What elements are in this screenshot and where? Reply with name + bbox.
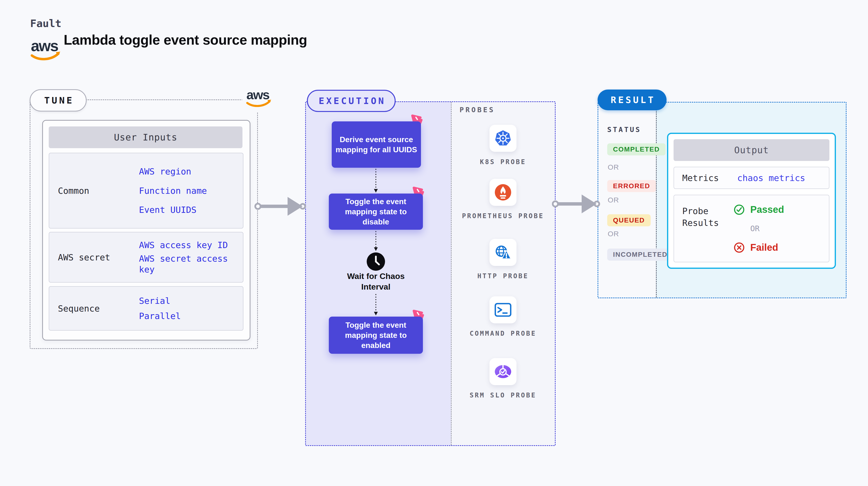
input-row-label: Sequence — [49, 287, 139, 330]
input-row-links: AWS access key ID AWS secret access key — [139, 232, 243, 282]
aws-wordmark: aws — [246, 87, 269, 102]
status-title: STATUS — [607, 125, 641, 134]
connector-step1-step2 — [373, 169, 379, 194]
metrics-label: Metrics — [682, 173, 719, 183]
chaos-metrics-link[interactable]: chaos metrics — [737, 173, 805, 183]
probe-label: K8S PROBE — [462, 157, 545, 167]
tune-pill: TUNE — [30, 89, 87, 112]
input-row-aws-secret: AWS secret AWS access key ID AWS secret … — [49, 232, 243, 282]
result-pill: RESULT — [597, 90, 666, 110]
status-or-separator: OR — [608, 163, 619, 171]
aws-logo-tune-corner: aws — [242, 85, 275, 112]
fault-diagram-page: Fault aws Lambda toggle event source map… — [0, 0, 868, 486]
input-row-label: Common — [49, 153, 139, 228]
status-badge-completed: COMPLETED — [607, 143, 665, 155]
connector-step2-wait — [373, 231, 379, 252]
input-row-links: AWS region Function name Event UUIDS — [139, 153, 243, 228]
output-header: Output — [674, 139, 829, 161]
status-badge-queued: QUEUED — [607, 214, 651, 226]
input-link-serial[interactable]: Serial — [139, 295, 234, 306]
output-metrics-row: Metrics chaos metrics — [674, 167, 829, 189]
input-link-event-uuids[interactable]: Event UUIDS — [139, 204, 234, 215]
kubernetes-icon — [490, 125, 517, 152]
passed-label: Passed — [750, 204, 784, 215]
srm-slo-gauge-icon — [490, 358, 517, 385]
input-row-sequence: Sequence Serial Parallel — [49, 286, 243, 331]
step-derive-event-source-mapping: Derive event source mapping for all UUID… — [332, 121, 421, 168]
probe-results-label: Probe Results — [682, 205, 735, 229]
probe-item-http: HTTP PROBE — [455, 239, 551, 281]
failed-label: Failed — [750, 242, 778, 253]
probe-label: PROMETHEUS PROBE — [462, 211, 545, 221]
input-row-links: Serial Parallel — [139, 287, 243, 330]
clock-icon — [366, 252, 385, 272]
probe-label: COMMAND PROBE — [462, 329, 545, 339]
arrow-execution-to-result — [552, 191, 600, 218]
probe-label: SRM SLO PROBE — [462, 390, 545, 400]
fault-kicker: Fault — [30, 18, 61, 29]
input-link-aws-region[interactable]: AWS region — [139, 166, 234, 177]
check-circle-icon — [733, 204, 745, 215]
probe-result-failed: Failed — [733, 242, 784, 253]
input-row-common: Common AWS region Function name Event UU… — [49, 153, 243, 229]
input-link-access-key-id[interactable]: AWS access key ID — [139, 240, 234, 250]
status-or-separator: OR — [608, 196, 619, 204]
output-card: Output Metrics chaos metrics Probe Resul… — [667, 133, 836, 269]
input-link-secret-access-key[interactable]: AWS secret access key — [139, 253, 234, 275]
probes-title: PROBES — [460, 106, 495, 114]
step-toggle-mapping-disable: Toggle the event mapping state to disabl… — [329, 193, 423, 230]
status-badge-incompleted: INCOMPLETED — [607, 248, 673, 261]
step-toggle-mapping-enabled: Toggle the event mapping state to enable… — [329, 316, 423, 354]
output-probe-results-row: Probe Results Passed OR Faile — [674, 195, 829, 262]
aws-logo: aws — [28, 36, 62, 65]
status-badge-errored: ERRORED — [607, 180, 656, 192]
arrow-tune-to-execution — [254, 193, 306, 220]
execution-pill: EXECUTION — [307, 90, 396, 112]
aws-smile-swoosh — [247, 101, 270, 106]
probe-item-prometheus: PROMETHEUS PROBE — [455, 179, 551, 221]
probe-result-or-separator: OR — [750, 224, 784, 233]
user-inputs-header: User Inputs — [49, 126, 243, 148]
page-title: Lambda toggle event source mapping — [64, 32, 307, 48]
input-row-label: AWS secret — [49, 232, 139, 282]
input-link-parallel[interactable]: Parallel — [139, 310, 234, 322]
probe-result-passed: Passed — [733, 204, 784, 215]
x-circle-icon — [733, 242, 745, 253]
http-globe-warning-icon — [490, 239, 517, 266]
wait-step-label: Wait for Chaos Interval — [333, 271, 419, 292]
probe-label: HTTP PROBE — [462, 271, 545, 281]
probe-item-k8s: K8S PROBE — [455, 125, 551, 167]
status-or-separator: OR — [608, 230, 619, 238]
user-inputs-card: User Inputs Common AWS region Function n… — [42, 120, 250, 340]
input-link-function-name[interactable]: Function name — [139, 185, 234, 196]
aws-wordmark: aws — [31, 37, 58, 55]
terminal-icon — [490, 296, 517, 323]
probe-item-command: COMMAND PROBE — [455, 296, 551, 339]
probe-item-srm-slo: SRM SLO PROBE — [455, 358, 551, 400]
connector-wait-step3 — [373, 294, 379, 316]
probe-results-values: Passed OR Failed — [733, 195, 784, 262]
prometheus-icon — [490, 179, 517, 206]
